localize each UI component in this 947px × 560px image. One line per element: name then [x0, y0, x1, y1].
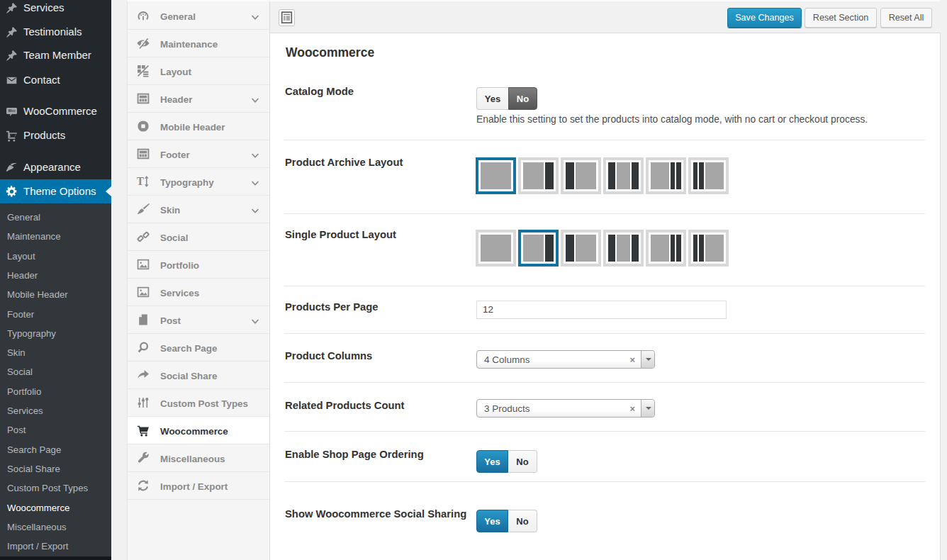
- svg-text:T: T: [137, 175, 144, 187]
- svg-text:Woo: Woo: [9, 109, 16, 113]
